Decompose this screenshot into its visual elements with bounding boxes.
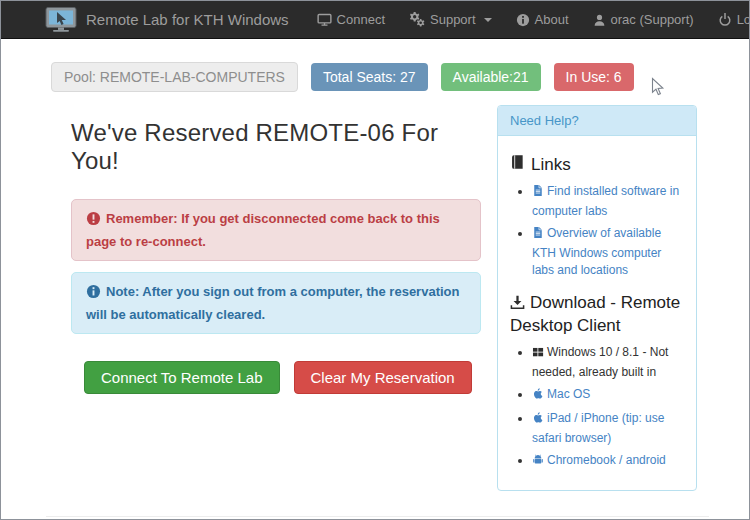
apple-icon <box>532 411 544 429</box>
need-help-body: Links Find installed software in compute… <box>498 136 696 490</box>
alert-danger: Remember: If you get disconnected come b… <box>71 199 481 261</box>
status-bar: Pool: REMOTE-LAB-COMPUTERS Total Seats: … <box>51 62 697 92</box>
alert-info: Note: After you sign out from a computer… <box>71 272 481 334</box>
chevron-down-icon <box>484 18 492 22</box>
apple-icon <box>532 387 544 405</box>
nav-item-connect[interactable]: Connect <box>305 1 397 38</box>
alert-danger-text: Remember: If you get disconnected come b… <box>86 211 440 249</box>
navbar: Remote Lab for KTH Windows Connect <box>1 1 749 39</box>
pool-badge: Pool: REMOTE-LAB-COMPUTERS <box>51 62 298 92</box>
exclamation-circle-icon <box>86 211 101 232</box>
clear-my-reservation-button[interactable]: Clear My Reservation <box>294 361 472 394</box>
need-help-header: Need Help? <box>498 106 696 136</box>
alert-info-text: Note: After you sign out from a computer… <box>86 284 459 322</box>
info-circle-icon <box>86 284 101 305</box>
nav-item-support[interactable]: Support <box>397 1 504 38</box>
nav-item-connect-label: Connect <box>337 12 385 27</box>
remote-lab-page: Remote Lab for KTH Windows Connect <box>0 0 750 520</box>
list-item: Windows 10 / 8.1 - Not needed, already b… <box>532 344 684 381</box>
book-icon <box>510 154 525 175</box>
main-content: We've Reserved REMOTE-06 For You! Rememb… <box>41 105 697 491</box>
navbar-right: orac (Support) Log off <box>581 1 750 38</box>
available-badge: Available:21 <box>441 63 541 91</box>
list-item: Mac OS <box>532 386 684 405</box>
list-item: Find installed software in computer labs <box>532 183 684 220</box>
download-heading: Download - Remote Desktop Client <box>510 293 684 336</box>
download-item-macos[interactable]: Mac OS <box>547 387 590 401</box>
link-labs-overview[interactable]: Overview of available KTH Windows comput… <box>532 226 661 277</box>
links-heading-label: Links <box>531 155 571 175</box>
connect-to-remote-lab-button[interactable]: Connect To Remote Lab <box>84 361 280 394</box>
download-item-chromebook-android[interactable]: Chromebook / android <box>547 453 666 467</box>
navbar-links: Connect Support <box>305 1 581 38</box>
windows-icon <box>532 346 544 363</box>
action-buttons: Connect To Remote Lab Clear My Reservati… <box>84 361 481 394</box>
need-help-panel: Need Help? Links <box>497 105 697 491</box>
monitor-icon <box>317 12 332 27</box>
link-find-installed-software[interactable]: Find installed software in computer labs <box>532 184 679 217</box>
download-icon <box>510 295 525 315</box>
download-item-windows: Windows 10 / 8.1 - Not needed, already b… <box>532 345 668 378</box>
total-seats-badge: Total Seats: 27 <box>311 63 428 91</box>
file-icon <box>532 184 544 202</box>
android-icon <box>532 454 544 471</box>
list-item: Overview of available KTH Windows comput… <box>532 225 684 279</box>
links-heading: Links <box>510 154 684 175</box>
list-item: iPad / iPhone (tip: use safari browser) <box>532 410 684 447</box>
nav-item-about-label: About <box>535 12 569 27</box>
list-item: Chromebook / android <box>532 452 684 471</box>
reservation-section: We've Reserved REMOTE-06 For You! Rememb… <box>71 105 481 394</box>
navbar-brand[interactable]: Remote Lab for KTH Windows <box>45 7 289 32</box>
monitor-logo-icon <box>45 7 77 32</box>
download-heading-label: Download - Remote Desktop Client <box>510 293 680 334</box>
in-use-badge: In Use: 6 <box>554 63 634 91</box>
app-title: Remote Lab for KTH Windows <box>86 11 289 28</box>
logoff-button[interactable]: Log off <box>706 1 750 38</box>
file-icon <box>532 226 544 244</box>
page-title: We've Reserved REMOTE-06 For You! <box>71 119 481 175</box>
links-list: Find installed software in computer labs… <box>510 183 684 279</box>
cogs-icon <box>409 12 425 27</box>
logoff-label: Log off <box>737 12 750 27</box>
user-menu[interactable]: orac (Support) <box>581 1 706 38</box>
user-icon <box>593 13 606 27</box>
download-list: Windows 10 / 8.1 - Not needed, already b… <box>510 344 684 471</box>
info-circle-icon <box>516 13 530 27</box>
nav-item-about[interactable]: About <box>504 1 581 38</box>
download-item-ipad-iphone[interactable]: iPad / iPhone (tip: use safari browser) <box>532 411 664 444</box>
nav-item-support-label: Support <box>430 12 476 27</box>
user-label: orac (Support) <box>611 12 694 27</box>
power-icon <box>718 12 732 27</box>
